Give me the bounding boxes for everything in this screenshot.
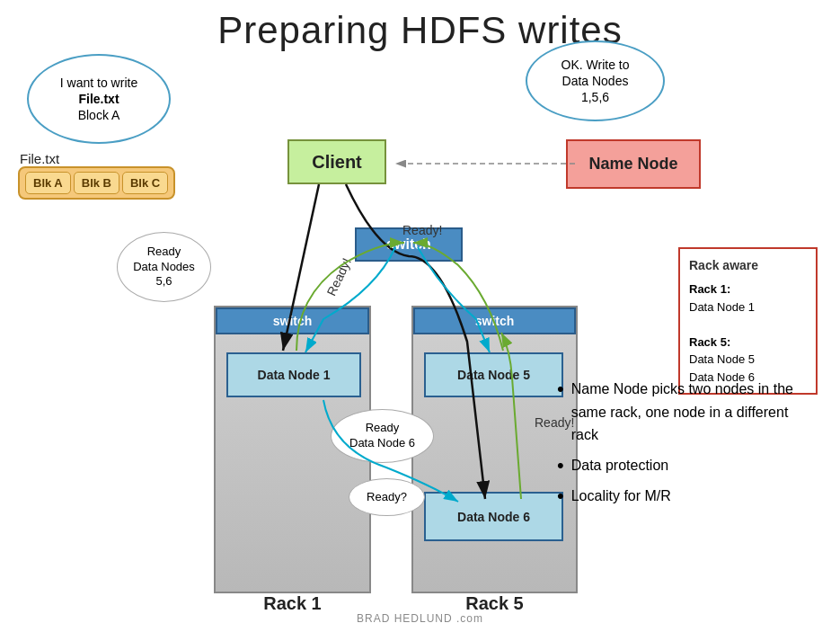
filetxt-label: File.txt [20, 151, 59, 166]
block-a: Blk A [25, 172, 71, 194]
bubble-left-line2: File.txt [78, 92, 119, 106]
rack5-switch: switch [413, 307, 576, 334]
bullet-1: • Name Node picks two nodes in the same … [557, 378, 818, 447]
bullet-3: • Locality for M/R [557, 485, 818, 508]
bubble-right-text: OK. Write toData Nodes1,5,6 [561, 58, 630, 104]
client-box: Client [287, 139, 386, 184]
bullets-section: • Name Node picks two nodes in the same … [557, 378, 818, 516]
rack5-label: Rack 5 [411, 593, 578, 614]
datanode6: Data Node 6 [424, 492, 563, 541]
ready-bubble-question: Ready? [349, 478, 425, 516]
right-speech-bubble: OK. Write toData Nodes1,5,6 [526, 40, 665, 121]
rack-aware-box: Rack aware Rack 1: Data Node 1 Rack 5: D… [678, 247, 818, 395]
bullet-2: • Data protection [557, 454, 818, 477]
page-title: Preparing HDFS writes [0, 0, 840, 52]
bubble-left-line3: Block A [78, 108, 120, 122]
namenode-box: Name Node [566, 139, 701, 189]
ready-bubble-node6: ReadyData Node 6 [331, 409, 434, 463]
block-c: Blk C [122, 172, 168, 194]
block-b: Blk B [74, 172, 119, 194]
ready-label-top: Ready! [402, 223, 442, 237]
datanode1: Data Node 1 [226, 352, 361, 397]
footer: BRAD HEDLUND .com [357, 612, 483, 625]
rack1-label: Rack 1 [214, 593, 371, 614]
left-speech-bubble: I want to write File.txt Block A [27, 54, 171, 144]
rack5: switch Data Node 5 Data Node 6 [411, 306, 578, 593]
rack-aware-title: Rack aware [689, 256, 807, 275]
bubble-left-line1: I want to write [60, 76, 137, 90]
rack1-switch: switch [216, 307, 369, 334]
ready-bubble-56: ReadyData Nodes5,6 [117, 232, 211, 302]
blocks-container: Blk A Blk B Blk C [18, 166, 175, 200]
rack-aware-content: Rack 1: Data Node 1 Rack 5: Data Node 5 … [689, 280, 807, 386]
datanode5: Data Node 5 [424, 352, 563, 397]
ready-label-left: Ready! [324, 256, 354, 298]
